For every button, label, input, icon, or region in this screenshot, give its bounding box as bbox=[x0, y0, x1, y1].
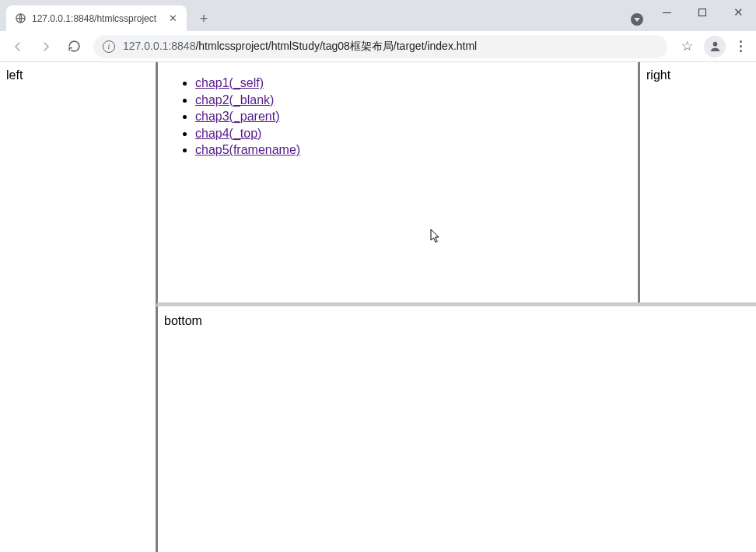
frame-bottom: bottom bbox=[156, 306, 756, 552]
link-chap2[interactable]: chap2(_blank) bbox=[195, 93, 274, 107]
right-text: right bbox=[646, 68, 670, 82]
search-tabs-button[interactable] bbox=[631, 13, 643, 26]
tab-title: 127.0.0.1:8848/htmlcssproject bbox=[32, 13, 161, 24]
site-info-icon[interactable]: i bbox=[103, 40, 115, 53]
list-item: chap3(_parent) bbox=[195, 108, 627, 125]
list-item: chap5(framename) bbox=[195, 141, 627, 159]
list-item: chap4(_top) bbox=[195, 125, 627, 142]
svg-point-1 bbox=[712, 42, 717, 47]
profile-button[interactable] bbox=[704, 36, 726, 58]
bookmark-button[interactable]: ☆ bbox=[674, 35, 700, 58]
list-item: chap2(_blank) bbox=[195, 92, 627, 109]
left-text: left bbox=[6, 68, 23, 82]
frame-center: chap1(_self) chap2(_blank) chap3(_parent… bbox=[158, 62, 640, 302]
browser-tab[interactable]: 127.0.0.1:8848/htmlcssproject ✕ bbox=[6, 5, 187, 31]
list-item: chap1(_self) bbox=[195, 75, 627, 92]
link-chap5[interactable]: chap5(framename) bbox=[195, 143, 300, 156]
window-close-button[interactable]: ✕ bbox=[720, 0, 756, 25]
close-icon[interactable]: ✕ bbox=[166, 12, 179, 25]
frame-right: right bbox=[640, 62, 756, 302]
frameset: left chap1(_self) chap2(_blank) chap3(_p… bbox=[0, 62, 756, 552]
forward-button[interactable] bbox=[33, 35, 59, 58]
link-chap3[interactable]: chap3(_parent) bbox=[195, 110, 280, 123]
back-button[interactable] bbox=[5, 35, 31, 58]
minimize-button[interactable] bbox=[649, 0, 684, 25]
address-bar[interactable]: i 127.0.0.1:8848/htmlcssproject/htmlStud… bbox=[93, 35, 667, 58]
link-chap1[interactable]: chap1(_self) bbox=[195, 76, 264, 89]
maximize-button[interactable] bbox=[684, 0, 720, 25]
new-tab-button[interactable]: + bbox=[193, 8, 215, 30]
menu-button[interactable] bbox=[730, 40, 751, 52]
frame-left: left bbox=[0, 62, 156, 552]
url-text: 127.0.0.1:8848/htmlcssproject/htmlStudy/… bbox=[123, 40, 477, 54]
bottom-text: bottom bbox=[164, 314, 202, 327]
globe-icon bbox=[14, 12, 26, 25]
link-chap4[interactable]: chap4(_top) bbox=[195, 127, 261, 140]
reload-button[interactable] bbox=[61, 35, 87, 58]
link-list: chap1(_self) chap2(_blank) chap3(_parent… bbox=[169, 75, 627, 159]
